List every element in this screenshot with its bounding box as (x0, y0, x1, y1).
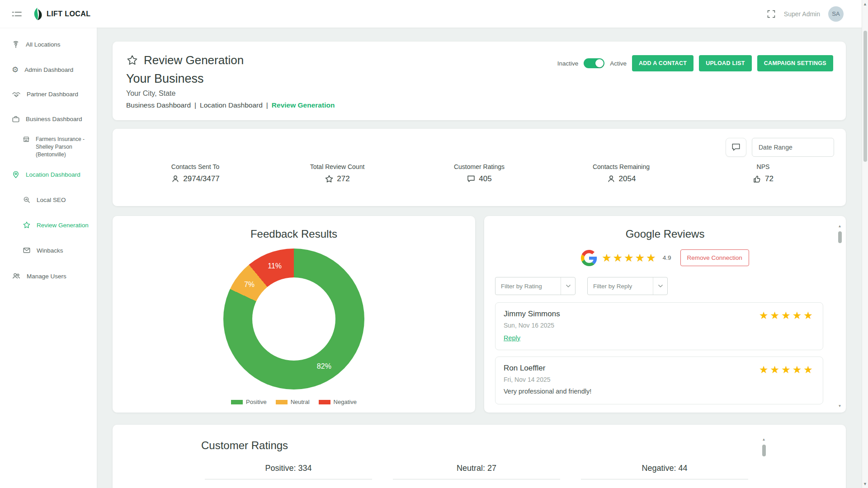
menu-icon[interactable] (12, 10, 22, 18)
donut-label-0: 82% (317, 362, 331, 371)
top-bar: LIFT LOCAL Super Admin SA (0, 0, 868, 28)
stat-contacts-remaining: Contacts Remaining 2054 (550, 163, 692, 183)
neutral-ratings-column: Neutral: 27 3 Diana Berry Mon Jul 14 202… (393, 464, 560, 488)
stat-value: 405 (479, 174, 491, 183)
legend-label: Positive (246, 399, 267, 405)
review-item: Ron Loeffler Fri, Nov 14 2025 Very profe… (495, 357, 823, 404)
conversations-button[interactable] (726, 138, 746, 157)
column-header: Negative: 44 (581, 464, 748, 479)
legend-chip-negative (319, 400, 330, 404)
sidebar-item-location-dashboard[interactable]: Location Dashboard (0, 162, 97, 187)
locations-broadcast-icon (12, 41, 20, 49)
sidebar-item-label: Admin Dashboard (24, 66, 73, 74)
upload-list-button[interactable]: UPLOAD LIST (699, 55, 752, 71)
google-rating-stars: ★★★★★ ★★★★★ (602, 253, 657, 263)
scrollbar-thumb[interactable] (838, 231, 842, 243)
customer-ratings-card: Customer Ratings Positive: 334 5 Jimmy S… (113, 425, 846, 488)
page-scrollbar[interactable]: ▲ ▼ (862, 0, 868, 488)
negative-ratings-column: Negative: 44 1 Michael Wright Tue Sep 30… (581, 464, 748, 488)
campaign-settings-button[interactable]: CAMPAIGN SETTINGS (757, 55, 833, 71)
date-range-input[interactable]: Date Range (752, 138, 834, 157)
scroll-down-arrow[interactable]: ▼ (863, 482, 867, 486)
app-logo[interactable]: LIFT LOCAL (32, 7, 90, 21)
avatar[interactable]: SA (828, 6, 844, 22)
reviews-scrollbar[interactable]: ▲ ▼ (837, 224, 843, 408)
stats-card: Date Range Contacts Sent To 2974/3477 To… (113, 129, 846, 206)
select-value: Filter by Rating (495, 283, 561, 290)
remove-connection-button[interactable]: Remove Connection (680, 249, 749, 266)
google-rating-value: 4.9 (663, 254, 671, 261)
chart-legend: Positive Neutral Negative (113, 399, 475, 405)
legend-item-neutral: Neutral (276, 399, 310, 405)
sidebar-item-partner-dashboard[interactable]: Partner Dashboard (0, 82, 97, 107)
stat-value: 2054 (619, 174, 636, 183)
scrollbar-thumb[interactable] (762, 445, 766, 456)
review-star-icon (126, 54, 138, 66)
review-stars: ★★★★★ (759, 364, 815, 376)
positive-ratings-column: Positive: 334 5 Jimmy Simmons Mon Nov 24… (205, 464, 372, 488)
filter-by-reply-select[interactable]: Filter by Reply (587, 277, 668, 295)
sidebar-item-farmers-insurance[interactable]: Farmers Insurance - Shelley Parson (Bent… (0, 132, 97, 162)
sidebar-item-local-seo[interactable]: Local SEO (0, 187, 97, 212)
breadcrumb-review-generation[interactable]: Review Generation (272, 101, 335, 109)
fullscreen-icon[interactable] (767, 9, 776, 19)
sidebar-item-label: Farmers Insurance - Shelley Parson (Bent… (36, 136, 93, 158)
review-text: Very professional and friendly! (504, 388, 591, 395)
sidebar-item-admin-dashboard[interactable]: ⚙ Admin Dashboard (0, 57, 97, 82)
sidebar-item-all-locations[interactable]: All Locations (0, 32, 97, 57)
select-value: Filter by Reply (588, 283, 653, 290)
breadcrumb: Business Dashboard | Location Dashboard … (126, 101, 832, 109)
scroll-up-arrow[interactable]: ▲ (863, 2, 867, 6)
sidebar-item-review-generation[interactable]: Review Generation (0, 212, 97, 238)
feedback-title: Feedback Results (113, 228, 475, 240)
scroll-up-arrow[interactable]: ▲ (762, 437, 766, 441)
scrollbar-thumb[interactable] (863, 31, 867, 162)
filter-by-rating-select[interactable]: Filter by Rating (495, 277, 576, 295)
sidebar-item-label: Location Dashboard (26, 171, 80, 178)
legend-label: Negative (334, 399, 357, 405)
sidebar-item-label: Review Generation (37, 222, 89, 229)
sidebar: All Locations ⚙ Admin Dashboard Partner … (0, 28, 97, 488)
ratings-scrollbar[interactable]: ▲ ▼ (761, 437, 767, 488)
breadcrumb-business-dashboard[interactable]: Business Dashboard (126, 101, 191, 109)
sidebar-item-label: Local SEO (37, 197, 66, 204)
gear-icon: ⚙ (12, 66, 19, 74)
stat-label: Contacts Remaining (593, 163, 650, 170)
thumbs-up-icon (753, 174, 762, 183)
person-icon (607, 174, 616, 183)
reply-link[interactable]: Reply (504, 334, 520, 342)
page-header-card: Review Generation Your Business Your Cit… (113, 42, 846, 120)
google-rating-stars-fill: ★★★★★ (602, 253, 656, 263)
sidebar-item-manage-users[interactable]: Manage Users (0, 263, 97, 289)
review-date: Sun, Nov 16 2025 (504, 322, 560, 329)
logo-leaf-icon (32, 7, 43, 21)
campaign-controls: Inactive Active ADD A CONTACT UPLOAD LIS… (557, 55, 833, 71)
sidebar-item-winbacks[interactable]: Winbacks (0, 238, 97, 263)
scroll-down-arrow[interactable]: ▼ (838, 404, 842, 408)
sidebar-item-business-dashboard[interactable]: Business Dashboard (0, 107, 97, 132)
seo-magnifier-icon (23, 196, 31, 204)
google-reviews-title: Google Reviews (495, 228, 835, 240)
legend-chip-neutral (276, 400, 288, 404)
scroll-up-arrow[interactable]: ▲ (838, 224, 842, 228)
breadcrumb-separator: | (194, 101, 196, 109)
google-logo-icon (581, 250, 597, 266)
customer-ratings-title: Customer Ratings (201, 439, 846, 452)
column-header: Positive: 334 (205, 464, 372, 479)
donut-label-2: 11% (268, 262, 282, 270)
add-contact-button[interactable]: ADD A CONTACT (632, 55, 693, 71)
stat-label: NPS (757, 163, 770, 170)
donut-label-1: 7% (244, 281, 255, 289)
reviewer-name: Ron Loeffler (504, 364, 591, 373)
stat-value: 2974/3477 (183, 174, 219, 183)
briefcase-icon (12, 115, 20, 123)
campaign-active-toggle[interactable] (584, 58, 604, 68)
breadcrumb-location-dashboard[interactable]: Location Dashboard (200, 101, 263, 109)
review-stars: ★★★★★ (759, 310, 815, 322)
chat-bubble-icon (467, 174, 476, 183)
toggle-label-active: Active (610, 60, 627, 67)
stat-value: 272 (337, 174, 349, 183)
page-title: Review Generation (144, 53, 244, 67)
feedback-results-card: Feedback Results 82% 7% 11% Positive Neu… (113, 216, 475, 413)
legend-item-negative: Negative (319, 399, 357, 405)
